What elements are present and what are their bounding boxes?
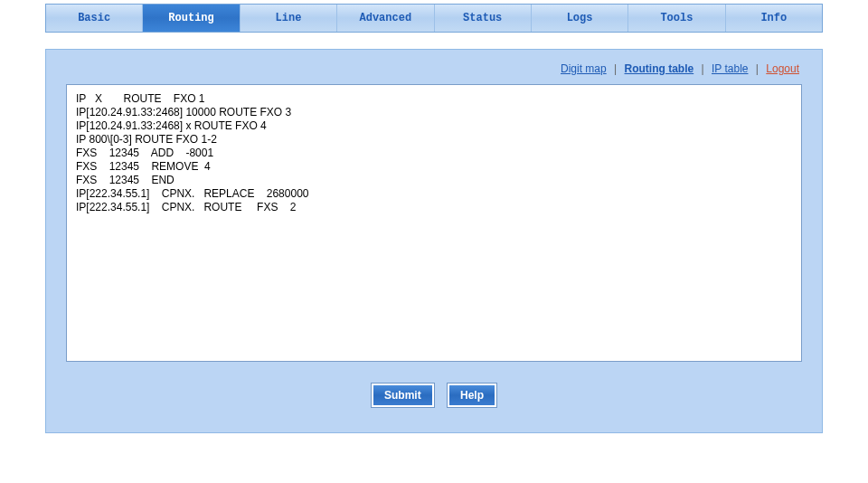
routing-table-input[interactable] (69, 87, 799, 356)
tab-info[interactable]: Info (726, 5, 822, 32)
routing-textarea-container (66, 84, 802, 362)
tab-advanced[interactable]: Advanced (337, 5, 434, 32)
content-panel: Digit map | Routing table | IP table | L… (45, 49, 823, 433)
submit-button[interactable]: Submit (372, 384, 434, 407)
tab-routing[interactable]: Routing (143, 5, 240, 32)
tab-line[interactable]: Line (241, 5, 337, 32)
separator: | (756, 62, 759, 75)
tab-status[interactable]: Status (435, 5, 532, 32)
tab-tools[interactable]: Tools (628, 5, 725, 32)
tab-basic[interactable]: Basic (46, 5, 143, 32)
separator: | (614, 62, 617, 75)
app-root: Basic Routing Line Advanced Status Logs … (0, 4, 868, 483)
button-row: Submit Help (66, 362, 802, 407)
help-button[interactable]: Help (448, 384, 496, 407)
link-routing-table[interactable]: Routing table (625, 62, 694, 75)
link-ip-table[interactable]: IP table (712, 62, 748, 75)
link-logout[interactable]: Logout (766, 62, 799, 75)
tab-logs[interactable]: Logs (532, 5, 628, 32)
link-digit-map[interactable]: Digit map (561, 62, 607, 75)
sub-nav: Digit map | Routing table | IP table | L… (66, 61, 802, 84)
separator: | (702, 62, 704, 75)
main-nav: Basic Routing Line Advanced Status Logs … (45, 4, 823, 33)
